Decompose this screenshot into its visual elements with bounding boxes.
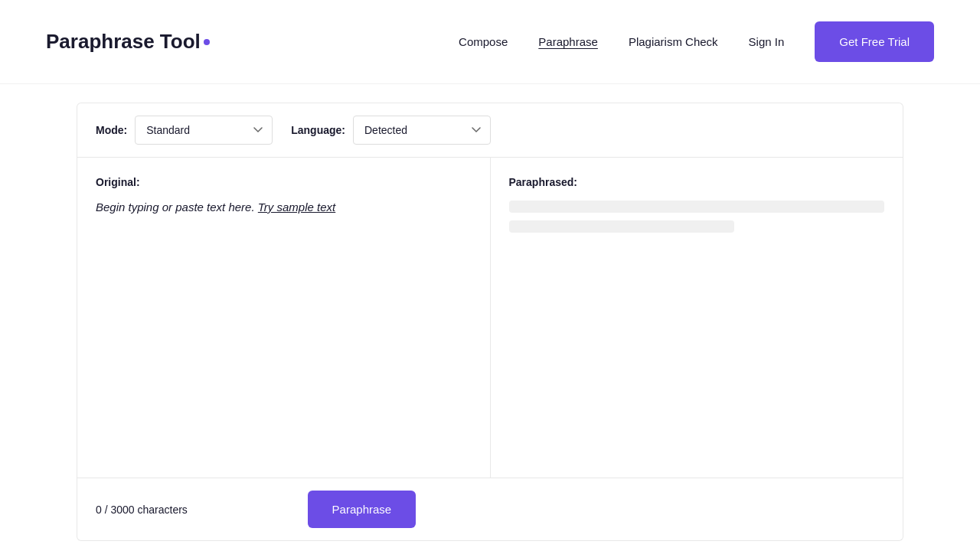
main-content: Mode: Standard Fluency Creative Smart Fo… [31, 84, 949, 551]
original-placeholder: Begin typing or paste text here. Try sam… [96, 201, 472, 214]
nav-compose[interactable]: Compose [446, 29, 520, 54]
char-count: 0 / 3000 characters [96, 504, 188, 516]
nav-plagiarism[interactable]: Plagiarism Check [616, 29, 730, 54]
paraphrase-button[interactable]: Paraphrase [308, 491, 416, 528]
original-panel: Original: Begin typing or paste text her… [77, 158, 491, 478]
get-free-trial-button[interactable]: Get Free Trial [815, 21, 934, 62]
original-label: Original: [96, 176, 472, 188]
language-select[interactable]: Detected English Spanish French German I… [353, 116, 491, 145]
logo-text: Paraphrase Tool [46, 30, 201, 54]
language-group: Language: Detected English Spanish Frenc… [291, 116, 491, 145]
paraphrased-panel: Paraphrased: [491, 158, 903, 478]
mode-select[interactable]: Standard Fluency Creative Smart Formal A… [135, 116, 273, 145]
language-label: Language: [291, 124, 345, 136]
mode-label: Mode: [96, 124, 127, 136]
try-sample-link[interactable]: Try sample text [258, 201, 335, 214]
footer-bar: 0 / 3000 characters Paraphrase [77, 478, 903, 541]
skeleton-line-1 [509, 201, 885, 213]
header: Paraphrase Tool Compose Paraphrase Plagi… [0, 0, 980, 84]
skeleton-line-2 [509, 220, 734, 233]
nav-paraphrase[interactable]: Paraphrase [526, 29, 610, 54]
placeholder-main-text: Begin typing or paste text here. [96, 201, 255, 214]
logo-dot [204, 39, 210, 45]
mode-group: Mode: Standard Fluency Creative Smart Fo… [96, 116, 273, 145]
nav: Compose Paraphrase Plagiarism Check Sign… [446, 21, 934, 62]
controls-bar: Mode: Standard Fluency Creative Smart Fo… [77, 103, 903, 157]
logo: Paraphrase Tool [46, 30, 210, 54]
editor-container: Original: Begin typing or paste text her… [77, 157, 903, 478]
nav-signin[interactable]: Sign In [737, 29, 797, 54]
paraphrased-label: Paraphrased: [509, 176, 885, 188]
